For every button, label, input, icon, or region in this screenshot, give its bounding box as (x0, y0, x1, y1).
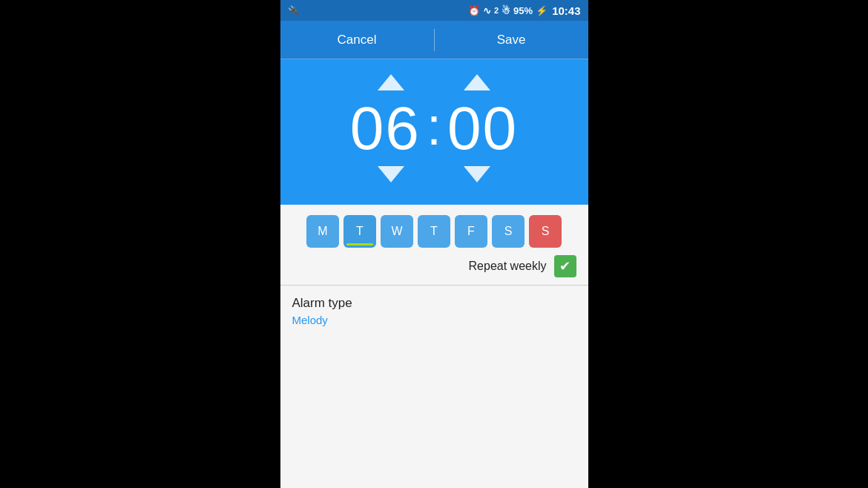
action-bar: Cancel Save (280, 21, 588, 59)
minute-down-button[interactable] (464, 166, 490, 182)
hour-up-button[interactable] (378, 74, 404, 90)
day-wednesday-label: W (391, 225, 402, 238)
arrows-up-row (378, 74, 490, 90)
battery-icon: ⚡ (536, 5, 548, 16)
minute-up-button[interactable] (464, 74, 490, 90)
clock-time: 10:43 (552, 4, 580, 17)
repeat-weekly-row: Repeat weekly ✔ (280, 248, 588, 285)
day-wednesday[interactable]: W (381, 215, 413, 248)
day-tuesday[interactable]: T (343, 215, 376, 248)
status-right: ⏰ ∿ 2 ☃ 95% ⚡ 10:43 (468, 4, 581, 17)
time-display: 06 : 00 (350, 98, 518, 159)
days-section: M T W T F S S (280, 205, 588, 248)
hour-down-button[interactable] (378, 166, 404, 182)
repeat-weekly-checkbox[interactable]: ✔ (554, 255, 576, 277)
repeat-weekly-label: Repeat weekly (469, 260, 547, 273)
battery-percent: 95% (513, 5, 533, 16)
sim-icon: 2 (494, 6, 499, 15)
day-monday-label: M (318, 225, 327, 238)
alarm-type-value: Melody (292, 314, 576, 326)
cancel-button[interactable]: Cancel (280, 21, 434, 59)
alarm-status-icon: ⏰ (468, 5, 480, 16)
day-tuesday-label: T (356, 225, 364, 238)
signal-icon: ☃ (502, 5, 510, 16)
checkmark-icon: ✔ (559, 258, 571, 274)
minute-display[interactable]: 00 (447, 98, 518, 159)
day-sunday[interactable]: S (529, 215, 562, 248)
day-sunday-label: S (542, 225, 550, 238)
day-monday[interactable]: M (306, 215, 339, 248)
day-saturday[interactable]: S (492, 215, 525, 248)
hour-display[interactable]: 06 (350, 98, 421, 159)
arrows-down-row (378, 166, 490, 182)
usb-icon: 🔌 (288, 5, 299, 16)
day-thursday-label: T (430, 225, 438, 238)
days-row: M T W T F S S (292, 215, 576, 248)
day-saturday-label: S (504, 225, 513, 238)
wifi-icon: ∿ (483, 5, 491, 16)
phone-screen: 🔌 ⏰ ∿ 2 ☃ 95% ⚡ 10:43 Cancel Save 06 : 0… (280, 0, 588, 488)
day-thursday[interactable]: T (418, 215, 450, 248)
day-friday-label: F (467, 225, 475, 238)
time-colon: : (427, 99, 441, 157)
save-button[interactable]: Save (435, 21, 588, 59)
time-picker: 06 : 00 (280, 59, 588, 205)
alarm-type-section[interactable]: Alarm type Melody (280, 286, 588, 488)
day-tuesday-indicator (346, 243, 372, 245)
status-bar: 🔌 ⏰ ∿ 2 ☃ 95% ⚡ 10:43 (280, 0, 588, 21)
alarm-type-label: Alarm type (292, 296, 576, 311)
status-left: 🔌 (288, 5, 299, 16)
day-friday[interactable]: F (455, 215, 487, 248)
